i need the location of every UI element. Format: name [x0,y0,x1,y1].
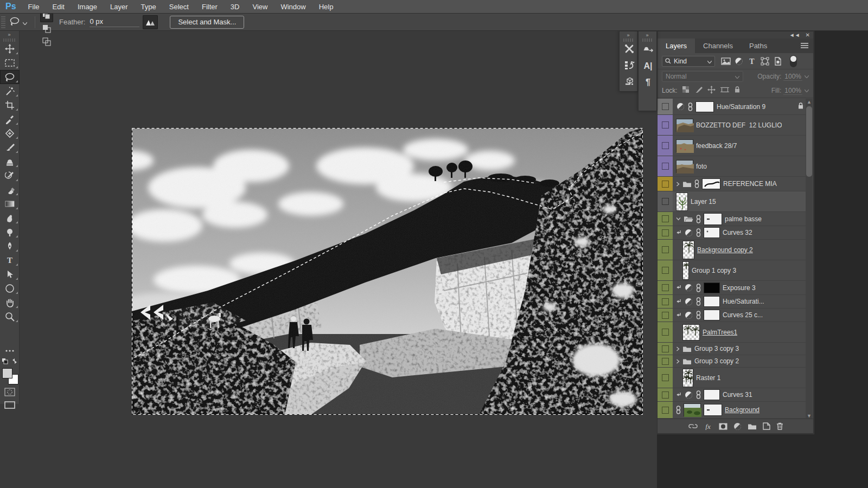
type-tool[interactable]: T [0,253,20,267]
visibility-toggle[interactable] [662,103,669,110]
character-panel[interactable]: A| [639,58,658,74]
layer-thumbnail[interactable] [676,160,693,173]
brush-tool[interactable] [0,140,20,155]
layer-thumbnail[interactable] [682,369,693,387]
chevron-expand-icon[interactable] [676,182,680,187]
filter-toggle-switch[interactable] [790,55,797,67]
layer-row[interactable]: Raster 1 [658,368,807,388]
chevron-expand-icon[interactable] [676,346,680,351]
layer-name[interactable]: Hue/Saturati... [723,298,764,305]
lock-artboard-icon[interactable] [720,86,729,95]
zoom-tool[interactable] [0,310,20,324]
scroll-down-icon[interactable]: ▼ [806,413,813,419]
layer-thumbnail[interactable] [704,310,720,320]
layer-thumbnail[interactable] [676,139,693,152]
visibility-toggle[interactable] [662,391,669,399]
visibility-toggle[interactable] [662,284,669,291]
layer-thumbnail[interactable] [682,261,689,280]
eyedropper-tool[interactable] [0,112,20,126]
swap-colors-icon[interactable] [11,357,18,367]
menu-edit[interactable]: Edit [46,3,71,11]
move-tool[interactable] [0,42,20,56]
menu-image[interactable]: Image [71,3,104,11]
layer-row[interactable]: Layer 15 [658,191,807,212]
visibility-toggle[interactable] [662,163,669,170]
opacity-value[interactable]: 100% [783,73,802,81]
layer-name[interactable]: palme basse [725,215,762,223]
color-swatches[interactable] [2,368,18,384]
menu-file[interactable]: File [22,3,46,11]
menu-select[interactable]: Select [163,3,195,11]
smudge-tool[interactable] [0,211,20,225]
tab-channels[interactable]: Channels [695,38,741,53]
tool-preset-picker[interactable] [5,15,30,29]
layer-thumbnail[interactable] [676,119,693,132]
layer-thumbnail[interactable] [684,403,701,416]
layer-row[interactable]: Hue/Saturation 9 [658,99,807,115]
layer-thumbnail[interactable] [704,389,720,400]
layer-row[interactable]: Background copy 2 [658,240,807,260]
feather-input[interactable]: 0 px [90,17,139,27]
hand-tool[interactable] [0,296,20,310]
collapse-panel-icon[interactable]: ◄◄ [789,33,800,38]
visibility-toggle[interactable] [662,329,669,336]
close-panel-icon[interactable]: ✕ [806,33,810,38]
expand-panel-arrows[interactable]: » [620,31,637,38]
visibility-toggle[interactable] [662,142,669,149]
scrollbar[interactable]: ▲ ▼ [806,99,813,419]
link-layers-icon[interactable] [688,423,698,429]
layer-row[interactable]: Curves 31 [658,388,807,402]
layer-row[interactable]: feedback 28/7 [658,136,807,156]
layer-row[interactable]: Hue/Saturati... [658,295,807,309]
layer-row[interactable]: BOZZETTO DEF 12 LUGLIO [658,115,807,136]
menu-type[interactable]: Type [135,3,163,11]
menu-3d[interactable]: 3D [224,3,246,11]
pixel-layer-filter-icon[interactable] [719,57,732,65]
blend-mode-select[interactable]: Normal [662,71,743,82]
visibility-toggle[interactable] [662,215,669,222]
3d-panel[interactable] [620,74,639,91]
layer-name[interactable]: Group 3 copy 3 [694,345,739,352]
layer-row[interactable]: Group 1 copy 3 [658,260,807,281]
layer-name[interactable]: Curves 25 c... [723,311,763,319]
dodge-tool[interactable] [0,225,20,239]
tab-paths[interactable]: Paths [741,38,775,53]
subtract-from-selection-button[interactable] [40,22,53,35]
clone-source-panel[interactable] [639,42,658,58]
shape-layer-filter-icon[interactable] [758,57,771,66]
intersect-selection-button[interactable] [40,35,53,48]
toolbar-collapse-arrows[interactable]: » [0,31,19,38]
visibility-toggle[interactable] [662,181,669,188]
layer-name[interactable]: Background copy 2 [697,246,753,254]
visibility-toggle[interactable] [662,345,669,352]
menu-help[interactable]: Help [312,3,340,11]
history-brush-tool[interactable] [0,169,20,183]
healing-brush-tool[interactable] [0,126,20,140]
tab-layers[interactable]: Layers [658,38,695,53]
lock-pixels-icon[interactable] [694,86,703,96]
layer-name[interactable]: feedback 28/7 [696,142,737,150]
menu-layer[interactable]: Layer [104,3,135,11]
layer-name[interactable]: Background [725,406,760,414]
canvas-image[interactable] [132,128,643,415]
add-layer-mask-icon[interactable] [719,423,727,430]
layer-name[interactable]: Hue/Saturation 9 [717,103,765,111]
layer-row[interactable]: PalmTrees1 [658,322,807,343]
scrollbar-thumb[interactable] [806,106,812,177]
layer-name[interactable]: Curves 32 [723,229,752,236]
layer-row[interactable]: Background [658,402,807,419]
quick-selection-tool[interactable] [0,84,20,98]
layer-thumbnail[interactable] [682,324,700,341]
tool-presets-panel[interactable] [620,42,639,58]
type-layer-filter-icon[interactable]: T [745,57,758,65]
panel-menu-icon[interactable] [800,41,809,51]
layer-name[interactable]: Raster 1 [696,374,720,382]
layer-name[interactable]: Layer 15 [691,198,716,206]
layer-name[interactable]: REFERENCE MIA [723,180,777,188]
fill-value[interactable]: 100% [783,87,802,95]
visibility-toggle[interactable] [662,198,669,205]
visibility-toggle[interactable] [662,407,669,414]
visibility-toggle[interactable] [662,121,669,129]
layer-thumbnail[interactable] [704,296,720,307]
lock-position-icon[interactable] [707,86,716,96]
